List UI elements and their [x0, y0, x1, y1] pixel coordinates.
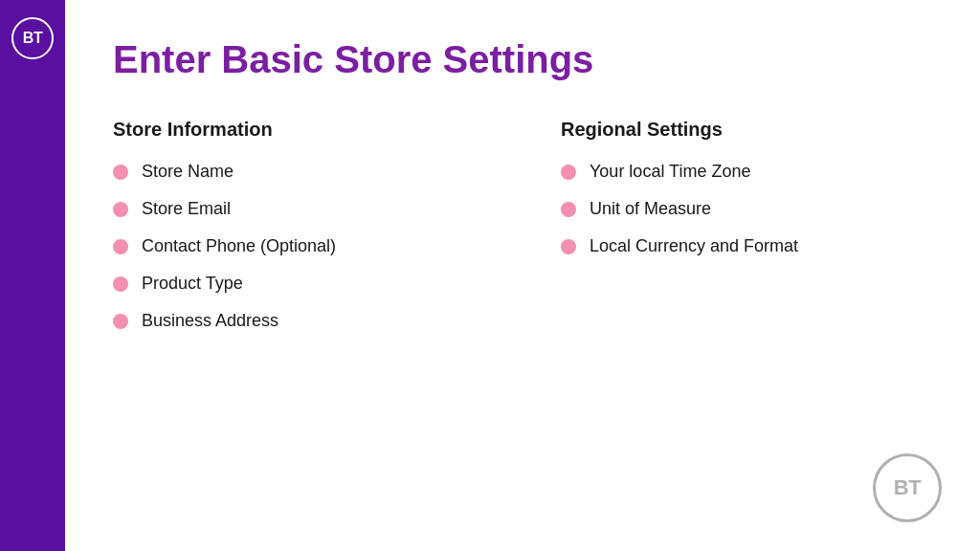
- store-email-label: Store Email: [142, 199, 231, 219]
- bt-watermark: BT: [873, 453, 942, 522]
- regional-settings-title: Regional Settings: [561, 119, 932, 141]
- sections-container: Store Information Store Name Store Email…: [113, 119, 932, 331]
- store-name-label: Store Name: [142, 162, 234, 182]
- list-item: Contact Phone (Optional): [113, 236, 484, 256]
- bullet-icon: [113, 314, 128, 329]
- contact-phone-label: Contact Phone (Optional): [142, 236, 336, 256]
- store-information-list: Store Name Store Email Contact Phone (Op…: [113, 162, 484, 331]
- store-information-section: Store Information Store Name Store Email…: [113, 119, 484, 331]
- sidebar: BT: [0, 0, 65, 551]
- list-item: Local Currency and Format: [561, 236, 932, 256]
- store-information-title: Store Information: [113, 119, 484, 141]
- unit-of-measure-label: Unit of Measure: [590, 199, 711, 219]
- list-item: Unit of Measure: [561, 199, 932, 219]
- time-zone-label: Your local Time Zone: [590, 162, 750, 182]
- bullet-icon: [113, 239, 128, 254]
- list-item: Store Name: [113, 162, 484, 182]
- regional-settings-list: Your local Time Zone Unit of Measure Loc…: [561, 162, 932, 256]
- product-type-label: Product Type: [142, 274, 243, 294]
- list-item: Your local Time Zone: [561, 162, 932, 182]
- bullet-icon: [113, 202, 128, 217]
- bullet-icon: [561, 202, 576, 217]
- regional-settings-section: Regional Settings Your local Time Zone U…: [561, 119, 932, 256]
- list-item: Product Type: [113, 274, 484, 294]
- list-item: Business Address: [113, 311, 484, 331]
- bt-logo: BT: [11, 17, 54, 59]
- bullet-icon: [561, 239, 576, 254]
- bullet-icon: [113, 165, 128, 180]
- bullet-icon: [113, 276, 128, 292]
- business-address-label: Business Address: [142, 311, 278, 331]
- local-currency-label: Local Currency and Format: [590, 236, 798, 256]
- main-content: Enter Basic Store Settings Store Informa…: [65, 0, 980, 551]
- list-item: Store Email: [113, 199, 484, 219]
- page-title: Enter Basic Store Settings: [113, 38, 932, 80]
- bullet-icon: [561, 165, 576, 180]
